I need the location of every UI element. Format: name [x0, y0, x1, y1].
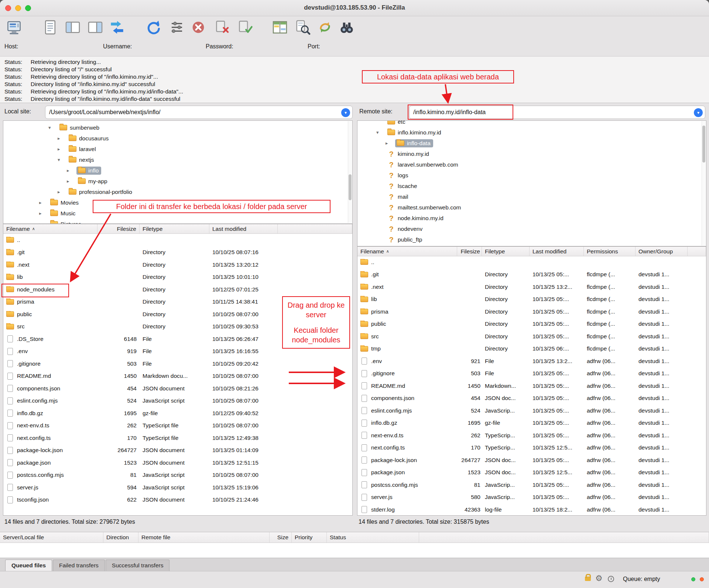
- file-row[interactable]: inflo.db.gz1695gz-file10/12/25 09:40:52: [3, 407, 352, 420]
- file-row[interactable]: inflo.db.gz1695gz-file10/13/25 05:...adf…: [357, 417, 706, 430]
- file-row[interactable]: libDirectory10/13/25 05:...flcdmpe (...d…: [357, 293, 706, 306]
- reconnect-icon[interactable]: [237, 18, 254, 36]
- tree-item-pictures[interactable]: ▸Pictures: [3, 219, 352, 224]
- find-files-icon[interactable]: [338, 18, 356, 36]
- file-row[interactable]: ..: [3, 234, 352, 246]
- file-row[interactable]: eslint.config.mjs524JavaScript script10/…: [3, 395, 352, 407]
- file-row[interactable]: .env921File10/13/25 13:2...adfrw (06...d…: [357, 355, 706, 368]
- column-header-last-modified[interactable]: Last modified: [530, 247, 584, 256]
- column-header-filetype[interactable]: Filetype: [140, 224, 209, 233]
- expander-right-icon[interactable]: ▸: [38, 200, 49, 205]
- file-row[interactable]: srcDirectory10/13/25 05:...flcdmpe (...d…: [357, 330, 706, 343]
- file-row[interactable]: components.json454JSON doc...10/13/25 05…: [357, 392, 706, 405]
- tree-item-laravel-sumberweb-com[interactable]: ?laravel.sumberweb.com: [357, 159, 706, 170]
- column-header-owner-group[interactable]: Owner/Group: [636, 247, 688, 256]
- file-row[interactable]: libDirectory10/13/25 10:01:10: [3, 271, 352, 284]
- tree-item-node-kimino-my-id[interactable]: ?node.kimino.my.id: [357, 213, 706, 223]
- column-header-permissions[interactable]: Permissions: [584, 247, 636, 256]
- file-row[interactable]: .DS_Store6148File10/13/25 06:26:47: [3, 333, 352, 345]
- tree-item-inflo-kimino-my-id[interactable]: ▾inflo.kimino.my.id: [357, 127, 706, 138]
- directory-comparison-icon[interactable]: [271, 18, 289, 36]
- expander-right-icon[interactable]: ▸: [56, 136, 67, 141]
- file-row[interactable]: .gitDirectory10/10/25 08:07:16: [3, 246, 352, 259]
- file-row[interactable]: prismaDirectory10/11/25 14:38:41: [3, 296, 352, 308]
- tree-item-mail[interactable]: ?mail: [357, 191, 706, 202]
- expander-right-icon[interactable]: ▸: [384, 140, 395, 146]
- file-row[interactable]: next.config.ts170TypeScript file10/13/25…: [3, 432, 352, 444]
- expander-down-icon[interactable]: ▾: [375, 130, 386, 135]
- disconnect-icon[interactable]: [214, 18, 232, 36]
- column-header-last-modified[interactable]: Last modified: [209, 224, 278, 233]
- file-row[interactable]: eslint.config.mjs524JavaScrip...10/13/25…: [357, 404, 706, 417]
- remote-path-combobox[interactable]: /inflo.kimino.my.id/inflo-data ▾: [409, 106, 705, 119]
- local-path-dropdown-button[interactable]: ▾: [341, 108, 350, 117]
- file-row[interactable]: publicDirectory10/13/25 05:...flcdmpe (.…: [357, 318, 706, 331]
- file-row[interactable]: tsconfig.json622JSON document10/10/25 21…: [3, 494, 352, 506]
- tree-item-nodevenv[interactable]: ?nodevenv: [357, 223, 706, 234]
- file-row[interactable]: server.js594JavaScript script10/13/25 15…: [3, 481, 352, 494]
- expander-right-icon[interactable]: ▸: [56, 189, 67, 195]
- expander-right-icon[interactable]: ▸: [65, 168, 76, 173]
- file-row[interactable]: .nextDirectory10/13/25 13:20:12: [3, 259, 352, 271]
- tree-item-etc[interactable]: etc: [357, 120, 706, 127]
- tree-item-logs[interactable]: ?logs: [357, 170, 706, 181]
- expander-right-icon[interactable]: ▸: [38, 221, 49, 224]
- tree-item-lscache[interactable]: ?lscache: [357, 181, 706, 191]
- refresh-icon[interactable]: [144, 18, 162, 36]
- file-row[interactable]: .env919File10/13/25 16:16:55: [3, 345, 352, 358]
- file-row[interactable]: .gitignore503File10/10/25 09:20:42: [3, 358, 352, 370]
- expander-down-icon[interactable]: ▾: [47, 125, 58, 130]
- tree-item-my-app[interactable]: ▸my-app: [3, 176, 352, 187]
- file-row[interactable]: package-lock.json264727JSON document10/1…: [3, 444, 352, 457]
- file-row[interactable]: package.json1523JSON doc...10/13/25 12:5…: [357, 466, 706, 479]
- column-header-filetype[interactable]: Filetype: [482, 247, 530, 256]
- toggle-remote-tree-icon[interactable]: [86, 18, 104, 36]
- tree-item-movies[interactable]: ▸Movies: [3, 197, 352, 208]
- remote-path-dropdown-button[interactable]: ▾: [694, 108, 703, 117]
- file-row[interactable]: publicDirectory10/10/25 08:07:00: [3, 308, 352, 321]
- cancel-icon[interactable]: [189, 18, 207, 36]
- file-row[interactable]: prismaDirectory10/13/25 05:...flcdmpe (.…: [357, 305, 706, 318]
- column-header-filename[interactable]: Filename∧: [3, 224, 97, 233]
- tree-item-docusaurus[interactable]: ▸docusaurus: [3, 133, 352, 144]
- tab-failed-transfers[interactable]: Failed transfers: [53, 560, 105, 571]
- tree-item-public-ftp[interactable]: ?public_ftp: [357, 234, 706, 245]
- expander-right-icon[interactable]: ▸: [56, 146, 67, 152]
- file-row[interactable]: server.js580JavaScrip...10/13/25 05:...a…: [357, 491, 706, 504]
- toggle-local-tree-icon[interactable]: [64, 18, 82, 36]
- column-header-filename[interactable]: Filename∧: [357, 247, 457, 256]
- file-row[interactable]: .gitDirectory10/13/25 05:...flcdmpe (...…: [357, 269, 706, 281]
- tree-item-nextjs[interactable]: ▾nextjs: [3, 154, 352, 165]
- tree-item-music[interactable]: ▸Music: [3, 208, 352, 219]
- tree-item-sumberweb[interactable]: ▾sumberweb: [3, 122, 352, 133]
- file-row[interactable]: postcss.config.mjs81JavaScript script10/…: [3, 469, 352, 482]
- remote-tree-scrollbar[interactable]: [702, 121, 706, 246]
- file-row[interactable]: components.json454JSON document10/10/25 …: [3, 382, 352, 395]
- synchronized-browsing-icon[interactable]: [316, 18, 334, 36]
- file-row[interactable]: postcss.config.mjs81JavaScrip...10/13/25…: [357, 479, 706, 491]
- filter-icon[interactable]: [294, 18, 311, 36]
- file-row[interactable]: README.md1450Markdown...10/13/25 05:...a…: [357, 380, 706, 392]
- toggle-transfer-queue-icon[interactable]: [108, 18, 126, 36]
- site-manager-icon[interactable]: [5, 18, 23, 36]
- tree-item-inflo-data[interactable]: ▸inflo-data: [357, 138, 706, 148]
- tree-item-kimino-my-id[interactable]: ?kimino.my.id: [357, 148, 706, 159]
- tree-item-laravel[interactable]: ▸laravel: [3, 144, 352, 154]
- file-row[interactable]: srcDirectory10/10/25 09:30:53: [3, 321, 352, 333]
- process-queue-icon[interactable]: [168, 18, 186, 36]
- expander-right-icon[interactable]: ▸: [65, 178, 76, 184]
- file-row[interactable]: stderr.log42363log-file10/13/25 18:2...a…: [357, 503, 706, 515]
- file-row[interactable]: package-lock.json264727JSON doc...10/13/…: [357, 454, 706, 466]
- column-header-filesize[interactable]: Filesize: [457, 247, 482, 256]
- file-row[interactable]: tmpDirectory10/13/25 06:...flcdmpe (...d…: [357, 343, 706, 355]
- file-row[interactable]: package.json1523JSON document10/13/25 12…: [3, 457, 352, 469]
- file-row[interactable]: .nextDirectory10/13/25 13:2...flcdmpe (.…: [357, 281, 706, 293]
- expander-down-icon[interactable]: ▾: [56, 157, 67, 163]
- file-row[interactable]: next-env.d.ts262TypeScript file10/10/25 …: [3, 420, 352, 432]
- tab-queued-files[interactable]: Queued files: [5, 560, 52, 571]
- toggle-message-log-icon[interactable]: [41, 18, 59, 36]
- column-header-filesize[interactable]: Filesize: [97, 224, 140, 233]
- local-tree-scrollbar[interactable]: [348, 121, 352, 223]
- expander-right-icon[interactable]: ▸: [38, 211, 49, 216]
- tree-item-mailtest-sumberweb-com[interactable]: ?mailtest.sumberweb.com: [357, 202, 706, 213]
